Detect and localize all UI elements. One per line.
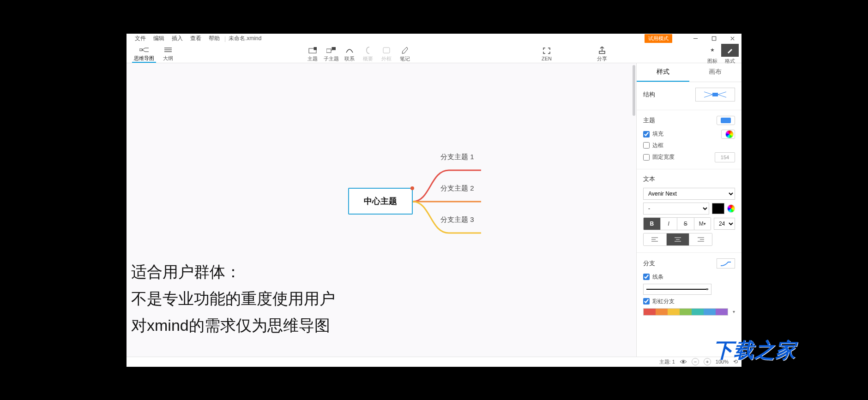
side-tab-canvas[interactable]: 画布 bbox=[689, 63, 742, 82]
fixed-width-checkbox[interactable]: 固定宽度 bbox=[643, 153, 675, 161]
fill-color-picker[interactable] bbox=[721, 130, 735, 139]
svg-line-21 bbox=[704, 92, 712, 95]
text-style-segment: B I S M▾ bbox=[643, 217, 711, 230]
menu-help[interactable]: 帮助 bbox=[205, 35, 223, 42]
branch-shape-selector[interactable] bbox=[717, 258, 735, 269]
star-icon: ★ bbox=[704, 44, 721, 57]
title-bar: 文件 编辑 插入 查看 帮助 | 未命名.xmind 试用模式 bbox=[127, 34, 741, 44]
tool-share[interactable]: 分享 bbox=[593, 44, 611, 62]
zoom-reset-icon[interactable]: ⟲ bbox=[733, 358, 738, 365]
svg-line-24 bbox=[718, 95, 726, 97]
tool-boundary[interactable]: 外框 bbox=[377, 44, 396, 62]
outline-view-icon bbox=[164, 46, 172, 54]
topic-anchor-icon bbox=[410, 186, 414, 190]
brush-icon bbox=[721, 44, 739, 57]
svg-line-22 bbox=[704, 95, 712, 97]
text-color-picker[interactable] bbox=[727, 204, 735, 213]
svg-line-5 bbox=[142, 48, 145, 50]
topic-section-label: 主题 bbox=[643, 116, 655, 125]
tool-zen[interactable]: ZEN bbox=[537, 45, 556, 61]
text-color-swatch[interactable] bbox=[712, 203, 724, 214]
branch-connectors bbox=[412, 160, 486, 243]
vertical-scrollbar[interactable] bbox=[633, 65, 635, 355]
tool-format-panel[interactable]: 格式 bbox=[721, 42, 739, 65]
font-size-select[interactable]: 24 bbox=[714, 218, 735, 230]
menu-view[interactable]: 查看 bbox=[187, 35, 205, 42]
align-center-button[interactable] bbox=[666, 233, 689, 245]
tool-summary[interactable]: 概要 bbox=[359, 44, 377, 62]
toolbar: 思维导图 大纲 主题 子主题 联系 概要 外框 笔记 bbox=[127, 44, 741, 63]
svg-rect-13 bbox=[314, 47, 317, 50]
tool-relation[interactable]: 联系 bbox=[340, 44, 359, 62]
summary-icon bbox=[366, 46, 370, 54]
center-topic-text: 中心主题 bbox=[364, 196, 397, 207]
svg-rect-1 bbox=[712, 36, 716, 40]
zen-icon bbox=[543, 47, 550, 55]
tool-subtopic[interactable]: 子主题 bbox=[322, 44, 340, 62]
section-structure: 结构 bbox=[637, 82, 741, 110]
bold-button[interactable]: B bbox=[644, 218, 660, 230]
format-panel: 样式 画布 结构 主题 填充 边框 bbox=[636, 63, 741, 357]
tool-notes[interactable]: 笔记 bbox=[396, 44, 414, 62]
canvas[interactable]: 中心主题 分支主题 1 分支主题 2 分支主题 3 适合用户群体： 不是专业功能… bbox=[127, 63, 636, 357]
rainbow-color-bar[interactable] bbox=[643, 308, 728, 316]
structure-selector[interactable] bbox=[695, 88, 735, 101]
font-weight-select[interactable]: - bbox=[643, 203, 709, 215]
rainbow-checkbox[interactable]: 彩虹分支 bbox=[643, 298, 675, 305]
svg-rect-20 bbox=[712, 93, 718, 96]
svg-line-6 bbox=[142, 50, 145, 52]
text-align-segment bbox=[643, 233, 712, 246]
relation-icon bbox=[345, 46, 354, 54]
fixed-width-input[interactable] bbox=[715, 152, 735, 162]
topic-icon bbox=[308, 46, 317, 54]
menu-insert[interactable]: 插入 bbox=[168, 35, 187, 42]
fill-checkbox[interactable]: 填充 bbox=[643, 130, 663, 138]
text-section-label: 文本 bbox=[643, 175, 655, 183]
view-tab-outline-label: 大纲 bbox=[163, 55, 173, 62]
side-tab-style[interactable]: 样式 bbox=[637, 63, 689, 82]
section-text: 文本 Avenir Next - B I S M▾ 24 bbox=[637, 169, 741, 253]
case-button[interactable]: M▾ bbox=[694, 218, 711, 230]
tool-topic[interactable]: 主题 bbox=[303, 44, 322, 62]
align-right-button[interactable] bbox=[689, 233, 712, 245]
line-checkbox[interactable]: 线条 bbox=[643, 273, 663, 281]
structure-label: 结构 bbox=[643, 90, 655, 99]
svg-point-34 bbox=[682, 361, 684, 363]
trial-mode-badge[interactable]: 试用模式 bbox=[645, 34, 672, 43]
align-left-button[interactable] bbox=[644, 233, 666, 245]
branch-topic-2[interactable]: 分支主题 2 bbox=[440, 184, 474, 193]
font-family-select[interactable]: Avenir Next bbox=[643, 188, 735, 200]
line-style-select[interactable] bbox=[643, 284, 711, 295]
section-branch: 分支 线条 彩虹分支 ▾ bbox=[637, 253, 741, 322]
zoom-in-button[interactable]: + bbox=[704, 358, 711, 365]
svg-line-23 bbox=[718, 92, 726, 95]
status-bar: 主题: 1 − + 100% ⟲ bbox=[127, 357, 741, 367]
zoom-out-button[interactable]: − bbox=[692, 358, 699, 365]
topic-shape-selector[interactable] bbox=[717, 116, 735, 125]
menu-edit[interactable]: 编辑 bbox=[150, 35, 168, 42]
visibility-icon[interactable] bbox=[680, 358, 687, 365]
italic-button[interactable]: I bbox=[660, 218, 677, 230]
overlay-annotation: 适合用户群体： 不是专业功能的重度使用用户 对xmind的需求仅为思维导图 bbox=[131, 259, 335, 339]
menu-file[interactable]: 文件 bbox=[131, 35, 150, 42]
svg-rect-4 bbox=[139, 49, 142, 51]
svg-rect-17 bbox=[383, 48, 390, 53]
center-topic[interactable]: 中心主题 bbox=[348, 188, 413, 215]
topic-count-label: 主题: 1 bbox=[659, 358, 675, 365]
tool-icons-panel[interactable]: ★ 图标 bbox=[704, 42, 721, 65]
border-checkbox[interactable]: 边框 bbox=[643, 142, 663, 149]
svg-rect-19 bbox=[599, 51, 605, 54]
color-wheel-icon bbox=[725, 130, 734, 138]
zoom-level[interactable]: 100% bbox=[716, 359, 729, 364]
branch-topic-1[interactable]: 分支主题 1 bbox=[440, 153, 474, 161]
share-icon bbox=[599, 46, 605, 54]
view-tab-outline[interactable]: 大纲 bbox=[156, 44, 180, 63]
view-tab-mindmap[interactable]: 思维导图 bbox=[132, 44, 156, 63]
branch-topic-3[interactable]: 分支主题 3 bbox=[440, 215, 474, 224]
strike-button[interactable]: S bbox=[677, 218, 694, 230]
boundary-icon bbox=[383, 46, 390, 54]
document-title: 未命名.xmind bbox=[229, 35, 261, 42]
section-topic: 主题 填充 边框 固定宽度 bbox=[637, 110, 741, 169]
subtopic-icon bbox=[326, 46, 336, 54]
window-minimize-button[interactable] bbox=[686, 34, 705, 44]
